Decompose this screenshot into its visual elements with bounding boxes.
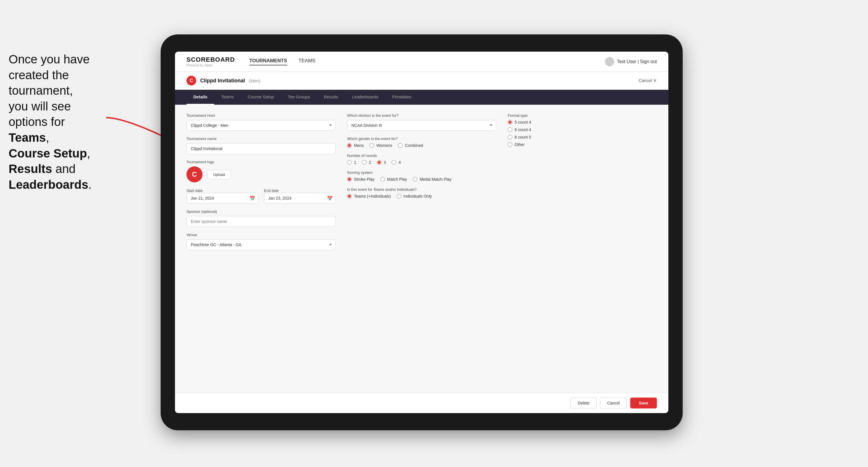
format-5count4-radio[interactable] <box>508 120 512 124</box>
rounds-2-label: 2 <box>369 160 371 165</box>
end-date-label: End date <box>264 188 279 193</box>
teams-individuals-row: Teams (+Individuals) <box>347 194 391 198</box>
venue-group: Venue Peachtree GC - Atlanta - GA <box>186 232 336 250</box>
tab-printables[interactable]: Printables <box>385 90 418 105</box>
nav-tournaments[interactable]: TOURNAMENTS <box>249 58 287 65</box>
top-nav: SCOREBOARD Powered by clippd TOURNAMENTS… <box>175 52 669 72</box>
tab-course-setup[interactable]: Course Setup <box>241 90 281 105</box>
form-col-middle: Which division is the event for? NCAA Di… <box>347 113 496 250</box>
scoring-label: Scoring system <box>347 170 496 175</box>
cancel-x-button[interactable]: Cancel ✕ <box>639 78 657 83</box>
scoring-match-label: Match Play <box>387 177 407 182</box>
nav-left: SCOREBOARD Powered by clippd TOURNAMENTS… <box>186 56 315 67</box>
division-group: Which division is the event for? NCAA Di… <box>347 113 496 131</box>
format-6count4-label: 6 count 4 <box>515 127 531 132</box>
sponsor-label: Sponsor (optional) <box>186 209 336 214</box>
format-5count4-label: 5 count 4 <box>515 120 531 124</box>
rounds-group: Number of rounds 1 2 <box>347 153 496 165</box>
main-content: Tournament Host Clippd College - Men Tou… <box>175 105 669 393</box>
scoring-medal-row: Medal Match Play <box>413 177 452 182</box>
scoring-stroke-row: Stroke Play <box>347 177 375 182</box>
form-col-left: Tournament Host Clippd College - Men Tou… <box>186 113 336 250</box>
format-6count5-radio[interactable] <box>508 135 512 139</box>
rounds-2-radio[interactable] <box>362 160 367 165</box>
logo-title: SCOREBOARD <box>186 56 235 63</box>
scoring-match-radio[interactable] <box>380 177 385 182</box>
individuals-only-label: Individuals Only <box>404 194 432 198</box>
gender-radio-group: Mens Womens Combined <box>347 143 496 148</box>
rounds-3-radio[interactable] <box>377 160 381 165</box>
logo-upload-area: C Upload <box>186 166 336 182</box>
save-button[interactable]: Save <box>630 398 657 408</box>
tournament-header: C Clippd Invitational (Men) Cancel ✕ <box>175 72 669 90</box>
tab-tee-groups[interactable]: Tee Groups <box>281 90 317 105</box>
gender-womens-radio[interactable] <box>369 143 374 148</box>
form-grid: Tournament Host Clippd College - Men Tou… <box>186 113 657 250</box>
rounds-4-label: 4 <box>398 160 401 165</box>
logo: SCOREBOARD Powered by clippd <box>186 56 235 67</box>
tournament-sub: (Men) <box>249 78 260 83</box>
tournament-name-group: Tournament name <box>186 136 336 154</box>
venue-select[interactable]: Peachtree GC - Atlanta - GA <box>186 239 336 250</box>
upload-button[interactable]: Upload <box>207 170 231 179</box>
format-5count4-row: 5 count 4 <box>508 120 657 124</box>
format-radio-group: 5 count 4 6 count 4 6 count 5 <box>508 120 657 147</box>
format-6count5-row: 6 count 5 <box>508 135 657 139</box>
tab-bar: Details Teams Course Setup Tee Groups Re… <box>175 90 669 105</box>
division-select[interactable]: NCAA Division III <box>347 120 496 131</box>
gender-combined-label: Combined <box>405 143 423 148</box>
rounds-1-row: 1 <box>347 160 356 165</box>
end-date-wrapper: 📅 <box>264 193 336 204</box>
rounds-4-row: 4 <box>392 160 401 165</box>
teams-individuals-radio[interactable] <box>347 194 352 198</box>
gender-combined-radio[interactable] <box>398 143 402 148</box>
start-date-input[interactable] <box>186 193 258 204</box>
cancel-button[interactable]: Cancel <box>600 398 627 408</box>
user-signout[interactable]: Test User | Sign out <box>617 59 657 64</box>
rounds-radio-group: 1 2 3 4 <box>347 160 496 165</box>
rounds-3-label: 3 <box>384 160 386 165</box>
tournament-icon: C <box>186 76 196 86</box>
gender-mens-label: Mens <box>354 143 364 148</box>
scoring-stroke-radio[interactable] <box>347 177 352 182</box>
division-label: Which division is the event for? <box>347 113 496 118</box>
rounds-2-row: 2 <box>362 160 371 165</box>
individuals-only-radio[interactable] <box>397 194 401 198</box>
scoring-match-row: Match Play <box>380 177 407 182</box>
teams-radio-group: Teams (+Individuals) Individuals Only <box>347 194 496 198</box>
start-date-label: Start date <box>186 188 203 193</box>
tournament-name-label: Tournament name <box>186 136 336 141</box>
gender-mens-radio[interactable] <box>347 143 352 148</box>
tab-details[interactable]: Details <box>186 90 214 105</box>
bottom-bar: Delete Cancel Save <box>175 393 669 413</box>
format-label: Format type <box>508 113 657 118</box>
scoring-medal-radio[interactable] <box>413 177 417 182</box>
rounds-4-radio[interactable] <box>392 160 396 165</box>
scoring-stroke-label: Stroke Play <box>354 177 375 182</box>
format-6count4-row: 6 count 4 <box>508 127 657 132</box>
rounds-3-row: 3 <box>377 160 386 165</box>
gender-combined-row: Combined <box>398 143 423 148</box>
tablet-frame: SCOREBOARD Powered by clippd TOURNAMENTS… <box>161 34 683 430</box>
tablet-screen: SCOREBOARD Powered by clippd TOURNAMENTS… <box>175 52 669 413</box>
gender-womens-row: Womens <box>369 143 392 148</box>
format-other-radio[interactable] <box>508 142 512 147</box>
gender-label: Which gender is the event for? <box>347 136 496 141</box>
tab-teams[interactable]: Teams <box>214 90 241 105</box>
start-date-wrapper: 📅 <box>186 193 258 204</box>
end-date-input[interactable] <box>264 193 336 204</box>
rounds-1-radio[interactable] <box>347 160 352 165</box>
format-6count4-radio[interactable] <box>508 127 512 132</box>
tournament-name-input[interactable] <box>186 143 336 154</box>
tab-leaderboards[interactable]: Leaderboards <box>345 90 385 105</box>
gender-group: Which gender is the event for? Mens Wome… <box>347 136 496 148</box>
sponsor-input[interactable] <box>186 216 336 227</box>
tab-results[interactable]: Results <box>317 90 345 105</box>
teams-group: Is this event for Teams and/or Individua… <box>347 187 496 198</box>
delete-button[interactable]: Delete <box>570 398 596 408</box>
nav-teams[interactable]: TEAMS <box>299 58 315 65</box>
tournament-host-select[interactable]: Clippd College - Men <box>186 120 336 131</box>
gender-womens-label: Womens <box>376 143 392 148</box>
rounds-1-label: 1 <box>354 160 356 165</box>
scoring-medal-label: Medal Match Play <box>420 177 452 182</box>
